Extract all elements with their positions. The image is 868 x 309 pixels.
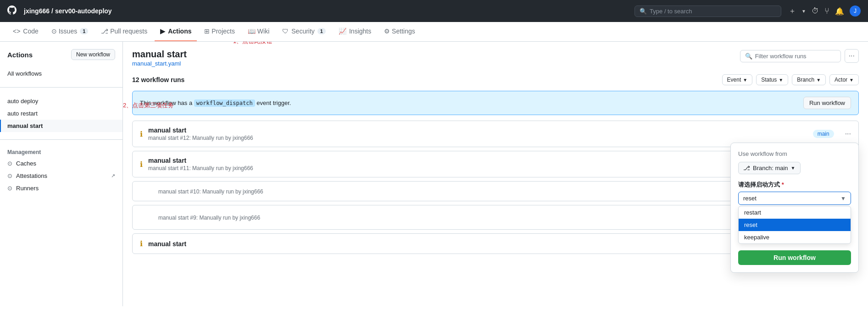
popup-title: Use workflow from [738, 150, 851, 157]
dispatch-code: workflow_dispatch [194, 99, 255, 107]
sidebar-item-auto-restart[interactable]: auto restart [0, 107, 122, 120]
select-main[interactable]: reset ▼ [738, 192, 851, 205]
sidebar-item-auto-deploy[interactable]: auto deploy [0, 95, 122, 107]
run-more-12[interactable]: ··· [845, 130, 851, 138]
branch-caret-icon: ▼ [816, 77, 821, 83]
run-name-8[interactable]: manual start [148, 240, 779, 248]
branch-label: Branch: main [753, 165, 788, 171]
tab-issues[interactable]: ⊙ Issues 1 [46, 22, 94, 41]
top-nav: jxing666 / serv00-autodeploy 🔍 Type / to… [0, 0, 868, 22]
main-layout: Actions New workflow All workflows auto … [0, 42, 868, 306]
actor-caret-icon: ▼ [849, 77, 854, 83]
sidebar-divider-2 [0, 139, 122, 140]
breadcrumb-separator: / [51, 7, 53, 15]
fork-icon[interactable]: ⑂ [824, 6, 829, 16]
sidebar-management-title: Management [0, 145, 122, 157]
branch-icon: ⎇ [743, 165, 750, 171]
dropdown-item-restart[interactable]: restart [739, 206, 851, 219]
runs-header: 12 workflow runs Event ▼ Status ▼ Branch… [132, 74, 859, 85]
filter-input[interactable]: 🔍 Filter workflow runs [740, 50, 841, 62]
tab-security[interactable]: 🛡 Security 1 [277, 22, 331, 41]
tab-wiki[interactable]: 📖 Wiki [242, 22, 275, 41]
runners-icon: ⊙ [7, 185, 12, 192]
select-wrapper: reset ▼ restart reset keepalive [738, 192, 851, 244]
caret-icon: ▼ [801, 9, 806, 14]
filter-search-icon: 🔍 [745, 53, 752, 60]
sidebar-item-manual-start[interactable]: manual start [0, 120, 122, 132]
tab-actions[interactable]: ▶ Actions [155, 22, 197, 41]
dropdown-list: restart reset keepalive [738, 206, 851, 244]
event-caret-icon: ▼ [743, 77, 747, 83]
run-branch-12[interactable]: main [813, 130, 834, 138]
runs-count: 12 workflow runs [132, 76, 184, 83]
run-name-11[interactable]: manual start [148, 157, 813, 164]
plus-icon[interactable]: ＋ [789, 6, 796, 16]
branch-select[interactable]: ⎇ Branch: main ▼ [738, 162, 801, 174]
workflow-title: manual start manual_start.yaml [132, 49, 187, 67]
tab-projects[interactable]: ⊞ Projects [199, 22, 240, 41]
sidebar-item-attestations[interactable]: ⊙Attestations ↗ [0, 170, 122, 182]
run-status-icon-11: ℹ [140, 160, 143, 169]
run-info-12: manual start manual start #12: Manually … [148, 127, 813, 141]
search-bar[interactable]: 🔍 Type / to search [634, 6, 781, 17]
dispatch-banner: This workflow has a workflow_dispatch ev… [132, 91, 859, 115]
sidebar-item-all-workflows[interactable]: All workflows [0, 67, 122, 80]
run-info-11: manual start manual start #11: Manually … [148, 157, 813, 171]
tab-pullrequests[interactable]: ⎇ Pull requests [95, 22, 153, 41]
breadcrumb-repo[interactable]: serv00-autodeploy [55, 7, 112, 15]
attestations-external-icon: ↗ [111, 173, 115, 179]
field-label: 请选择启动方式 * [738, 181, 851, 189]
filter-event[interactable]: Event ▼ [722, 74, 753, 85]
workflow-yaml-link[interactable]: manual_start.yaml [132, 60, 181, 67]
run-status-icon-8: ℹ [140, 239, 143, 248]
filter-pills: Event ▼ Status ▼ Branch ▼ Actor ▼ [722, 74, 859, 85]
filter-actor[interactable]: Actor ▼ [829, 74, 859, 85]
dropdown-item-reset[interactable]: reset [739, 219, 851, 231]
sidebar-divider-1 [0, 87, 122, 88]
run-name-12[interactable]: manual start [148, 127, 813, 134]
annotation-2: 2、点击第三项任务 [123, 101, 174, 110]
tab-settings[interactable]: ⚙ Settings [378, 22, 420, 41]
status-caret-icon: ▼ [779, 77, 783, 83]
run-workflow-button[interactable]: Run workflow [803, 97, 851, 109]
tab-code[interactable]: <> Code [7, 22, 44, 41]
github-logo [7, 6, 17, 17]
caches-icon: ⊙ [7, 160, 12, 167]
workflow-search: 🔍 Filter workflow runs ··· [740, 49, 859, 63]
filter-placeholder: Filter workflow runs [755, 53, 807, 60]
run-info-9: manual start #9: Manually run by jxing66… [158, 214, 779, 221]
search-icon: 🔍 [640, 8, 647, 15]
select-current-value: reset [743, 195, 757, 202]
run-sub-11: manual start #11: Manually run by jxing6… [148, 165, 813, 171]
notification-icon[interactable]: 🔔 [835, 7, 844, 16]
attestations-icon: ⊙ [7, 172, 12, 179]
new-workflow-button[interactable]: New workflow [71, 49, 115, 60]
select-arrow-icon: ▼ [840, 195, 846, 202]
repo-tabs: <> Code ⊙ Issues 1 ⎇ Pull requests ▶ Act… [0, 22, 868, 42]
filter-status[interactable]: Status ▼ [756, 74, 788, 85]
dropdown-item-keepalive[interactable]: keepalive [739, 231, 851, 243]
search-placeholder: Type / to search [650, 8, 692, 15]
tab-insights[interactable]: 📈 Insights [333, 22, 377, 41]
sidebar: Actions New workflow All workflows auto … [0, 42, 123, 306]
content-area: 1、点击此按钮 2、点击第三项任务 manual start manual_st… [123, 42, 868, 306]
annotation-1: 1、点击此按钮 [233, 42, 272, 45]
sidebar-item-caches[interactable]: ⊙Caches [0, 157, 122, 170]
more-options-button[interactable]: ··· [845, 49, 859, 63]
sidebar-item-runners[interactable]: ⊙Runners [0, 182, 122, 194]
breadcrumb-user[interactable]: jxing666 [24, 7, 50, 15]
workflow-title-row: manual start manual_start.yaml 🔍 Filter … [132, 49, 859, 67]
sidebar-header: Actions New workflow [0, 49, 122, 66]
avatar[interactable]: J [850, 6, 861, 17]
branch-caret: ▼ [791, 166, 796, 171]
required-marker: * [782, 181, 784, 188]
run-info-10: manual start #10: Manually run by jxing6… [158, 188, 813, 195]
run-workflow-green-button[interactable]: Run workflow [738, 250, 851, 265]
sidebar-all-workflows: All workflows [0, 66, 122, 82]
run-sub-12: manual start #12: Manually run by jxing6… [148, 135, 813, 141]
activity-icon[interactable]: ⏱ [812, 7, 819, 15]
run-sub-9: manual start #9: Manually run by jxing66… [158, 215, 779, 221]
run-info-8: manual start [148, 240, 779, 248]
sidebar-title: Actions [7, 51, 33, 59]
filter-branch[interactable]: Branch ▼ [792, 74, 826, 85]
